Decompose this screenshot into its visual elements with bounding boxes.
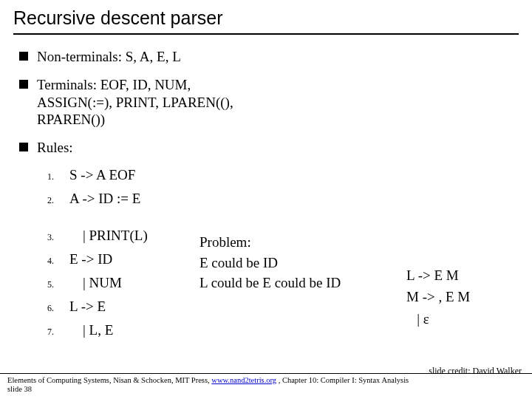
problem-box: Problem: E could be ID L could be E coul…: [200, 232, 377, 293]
rule-2: 2. A -> ID := E: [47, 191, 519, 207]
rule-5: 5. | NUM: [47, 275, 195, 291]
bullet-text: Terminals: EOF, ID, NUM, ASSIGN(:=), PRI…: [37, 76, 259, 129]
rule-text: | L, E: [69, 322, 113, 338]
rule-6: 6. L -> E: [47, 299, 195, 315]
solution-line: M -> , E M: [406, 286, 525, 307]
rule-text: S -> A EOF: [69, 167, 135, 183]
rule-number: 3.: [47, 232, 69, 243]
bullet-text: Rules:: [37, 139, 73, 157]
rules-continued: 3. | PRINT(L) 4. E -> ID 5. | NUM 6. L -…: [47, 228, 195, 346]
footer-suffix: , Chapter 10: Compiler I: Syntax Analysi…: [276, 376, 409, 384]
rule-number: 1.: [47, 171, 69, 183]
rule-number: 4.: [47, 256, 69, 267]
footer: Elements of Computing Systems, Nisan & S…: [0, 373, 532, 399]
footer-link[interactable]: www.nand2tetris.org: [211, 376, 276, 384]
rule-text: | PRINT(L): [69, 228, 148, 244]
solution-line: L -> E M: [406, 265, 525, 286]
problem-line: L could be E could be ID: [200, 273, 377, 293]
solution-line-epsilon: | ε: [406, 308, 525, 330]
rule-3: 3. | PRINT(L): [47, 228, 195, 244]
problem-line: E could be ID: [200, 253, 377, 273]
rule-number: 7.: [47, 327, 69, 338]
bullet-nonterminals: Non-terminals: S, A, E, L: [19, 48, 519, 66]
rule-text: | NUM: [69, 275, 122, 291]
rule-number: 5.: [47, 279, 69, 290]
bullet-list: Non-terminals: S, A, E, L Terminals: EOF…: [13, 48, 519, 157]
solution-grammar: L -> E M M -> , E M | ε: [406, 265, 525, 330]
rule-text: A -> ID := E: [69, 191, 140, 207]
rule-1: 1. S -> A EOF: [47, 167, 519, 183]
bullet-text: Non-terminals: S, A, E, L: [37, 48, 181, 66]
bullet-square-icon: [19, 143, 28, 151]
rules-list: 1. S -> A EOF 2. A -> ID := E: [13, 167, 519, 207]
footer-prefix: Elements of Computing Systems, Nisan & S…: [7, 376, 211, 384]
slide: Recursive descent parser Non-terminals: …: [0, 0, 532, 399]
problem-line: Problem:: [200, 232, 377, 253]
rule-number: 6.: [47, 303, 69, 314]
slide-title: Recursive descent parser: [13, 7, 519, 35]
three-column-area: 3. | PRINT(L) 4. E -> ID 5. | NUM 6. L -…: [0, 228, 532, 357]
bullet-terminals: Terminals: EOF, ID, NUM, ASSIGN(:=), PRI…: [19, 76, 519, 129]
rule-text: E -> ID: [69, 251, 112, 267]
footer-slide-number: slide 38: [7, 385, 32, 393]
bullet-square-icon: [19, 80, 28, 89]
rule-4: 4. E -> ID: [47, 251, 195, 267]
rule-7: 7. | L, E: [47, 322, 195, 338]
bullet-rules: Rules:: [19, 139, 519, 157]
rule-text: L -> E: [69, 299, 106, 315]
bullet-square-icon: [19, 52, 28, 61]
rule-number: 2.: [47, 195, 69, 206]
